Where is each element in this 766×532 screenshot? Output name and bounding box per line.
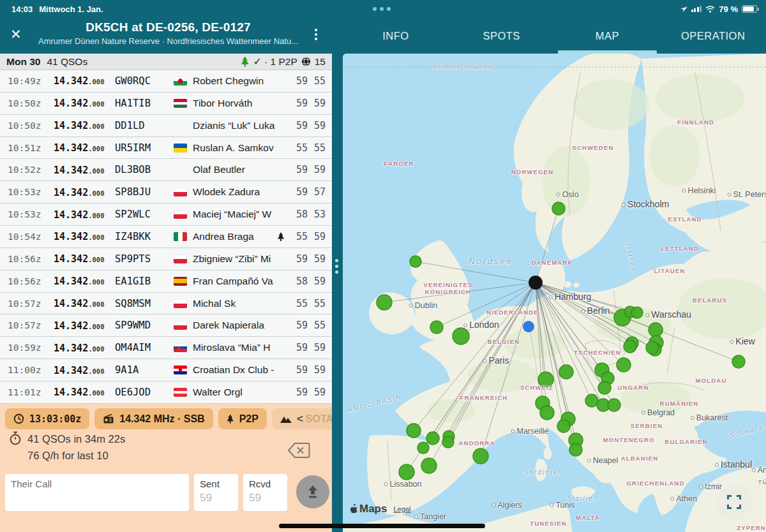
cellular-signal-icon	[691, 6, 702, 12]
table-row[interactable]: 11:00z 14.342.000 9A1A Croatian Dx Club …	[0, 359, 332, 381]
table-row[interactable]: 10:50z 14.342.000 DD1LD Dzianis “Luk” Lu…	[0, 115, 332, 137]
tab-operation[interactable]: OPERATION	[660, 18, 766, 54]
qso-marker[interactable]	[608, 399, 620, 411]
stopwatch-icon	[9, 431, 22, 445]
country-flag-icon	[174, 188, 187, 196]
qso-frequency: 14.342.000	[54, 275, 115, 287]
qso-marker[interactable]	[426, 432, 439, 445]
their-call-label: Their Call	[11, 478, 183, 489]
status-date: Mittwoch 1. Jan.	[39, 4, 103, 14]
qso-callsign: SP8BJU	[115, 186, 174, 198]
qso-rst-sent: 59	[290, 253, 308, 265]
qso-marker[interactable]	[598, 381, 611, 394]
table-row[interactable]: 10:54z 14.342.000 IZ4BKK Andrea Braga 55…	[0, 226, 332, 248]
log-day-header[interactable]: Mon 30 41 QSOs ✓ · 1 P2P 15	[0, 54, 332, 70]
qso-marker[interactable]	[649, 323, 663, 337]
qso-operator-name: Croatian Dx Club -	[193, 364, 290, 376]
multitask-dots-icon[interactable]	[373, 7, 391, 11]
close-icon[interactable]: ✕	[10, 27, 22, 42]
qso-marker[interactable]	[410, 256, 421, 267]
fullscreen-button[interactable]	[716, 484, 752, 520]
qso-marker[interactable]	[442, 436, 454, 448]
backspace-icon[interactable]	[287, 442, 310, 461]
qso-frequency: 14.342.000	[54, 209, 115, 221]
table-row[interactable]: 10:57z 14.342.000 SQ8MSM Michal Sk 55 55	[0, 293, 332, 315]
qso-time: 11:01z	[8, 387, 54, 397]
qso-rst-sent: 59	[290, 364, 308, 376]
table-row[interactable]: 10:50z 14.342.000 HA1TIB Tibor Horváth 5…	[0, 92, 332, 115]
qso-marker[interactable]	[617, 358, 631, 372]
sent-field[interactable]: Sent 59	[194, 474, 238, 511]
entry-panel: 13:03:00z 14.342 MHz · SSB P2P < SOTA	[0, 404, 332, 532]
qso-marker[interactable]	[473, 448, 488, 464]
panel-resize-handle[interactable]	[335, 259, 338, 274]
submit-qso-button[interactable]	[296, 475, 329, 508]
qso-frequency: 14.342.000	[54, 342, 115, 354]
country-flag-icon	[174, 165, 187, 174]
qso-frequency: 14.342.000	[54, 253, 115, 265]
qso-marker[interactable]	[585, 394, 598, 407]
clock-time: 14:03	[11, 4, 33, 14]
tab-spots[interactable]: SPOTS	[449, 18, 555, 54]
qso-marker[interactable]	[377, 295, 392, 310]
qso-frequency: 14.342.000	[54, 119, 115, 131]
tab-map[interactable]: MAP	[555, 18, 661, 54]
qso-rst-sent: 58	[290, 276, 308, 287]
app-window: 14:03 Mittwoch 1. Jan. 79 % ✕ DK5CH at D…	[0, 0, 766, 532]
home-indicator[interactable]	[279, 524, 485, 528]
qso-marker[interactable]	[569, 443, 582, 456]
table-row[interactable]: 10:56z 14.342.000 EA1GIB Fran Campañó Va…	[0, 270, 332, 293]
qso-marker[interactable]	[407, 424, 421, 438]
qso-marker[interactable]	[540, 406, 554, 420]
kebab-menu-icon[interactable]	[315, 29, 317, 40]
qso-marker[interactable]	[646, 341, 659, 354]
qso-frequency: 14.342.000	[54, 320, 115, 332]
qso-callsign: 9A1A	[115, 364, 174, 376]
table-row[interactable]: 10:53z 14.342.000 SP2WLC Maciej “Maciej”…	[0, 203, 332, 226]
qso-rst-sent: 59	[290, 75, 308, 87]
sota-chip[interactable]: < SOTA	[272, 408, 332, 429]
qso-marker[interactable]	[421, 458, 437, 473]
qso-marker[interactable]	[399, 464, 414, 480]
time-chip[interactable]: 13:03:00z	[5, 408, 89, 429]
table-row[interactable]: 10:52z 14.342.000 DL3BOB Olaf Beutler 59…	[0, 159, 332, 181]
station-marker[interactable]	[529, 276, 543, 290]
tab-info[interactable]: INFO	[343, 18, 449, 54]
battery-percent: 79 %	[719, 4, 738, 14]
table-row[interactable]: 11:01z 14.342.000 OE6JOD Walter Orgl 59 …	[0, 381, 332, 404]
qso-marker[interactable]	[552, 202, 565, 215]
their-call-field[interactable]: Their Call	[5, 474, 189, 511]
qso-rst-sent: 59	[290, 120, 308, 131]
country-flag-icon	[174, 388, 187, 397]
qso-rst-rcvd: 55	[308, 298, 326, 309]
map[interactable]: Nördlicher PolarkreisFÄRÖERNORWEGENSCHWE…	[343, 54, 766, 532]
qso-marker[interactable]	[624, 340, 636, 353]
qso-marker[interactable]	[559, 365, 573, 379]
qso-callsign: OM4AIM	[115, 342, 174, 353]
qso-marker[interactable]	[631, 307, 643, 318]
qso-marker[interactable]	[453, 328, 469, 344]
country-flag-icon	[174, 210, 187, 219]
table-row[interactable]: 10:51z 14.342.000 UR5IRM Ruslan A. Samko…	[0, 137, 332, 159]
qso-time: 10:56z	[8, 276, 54, 286]
qso-callsign: DL3BOB	[115, 164, 174, 175]
table-row[interactable]: 10:56z 14.342.000 SP9PTS Zbigniew “Zibi”…	[0, 248, 332, 270]
apple-logo-icon	[349, 504, 358, 514]
table-row[interactable]: 10:57z 14.342.000 SP9WMD Darek Napierala…	[0, 314, 332, 337]
qso-marker[interactable]	[557, 420, 570, 432]
qso-marker[interactable]	[538, 372, 553, 387]
table-row[interactable]: 10:49z 14.342.000 GW0RQC Robert Chegwin …	[0, 70, 332, 92]
qso-marker[interactable]	[417, 442, 429, 454]
qso-frequency: 14.342.000	[54, 97, 115, 109]
table-row[interactable]: 10:53z 14.342.000 SP8BJU Wlodek Zadura 5…	[0, 181, 332, 203]
rcvd-field[interactable]: Rcvd 59	[243, 474, 287, 511]
table-row[interactable]: 10:59z 14.342.000 OM4AIM Miroslava “Mia”…	[0, 337, 332, 359]
country-flag-icon	[174, 121, 187, 130]
legal-link[interactable]: Legal	[393, 505, 410, 513]
country-flag-icon	[174, 77, 187, 85]
qso-marker[interactable]	[732, 355, 745, 368]
spotter-marker[interactable]	[523, 321, 534, 332]
frequency-mode-chip[interactable]: 14.342 MHz · SSB	[94, 408, 213, 429]
qso-marker[interactable]	[430, 321, 443, 334]
p2p-chip[interactable]: P2P	[218, 408, 267, 429]
